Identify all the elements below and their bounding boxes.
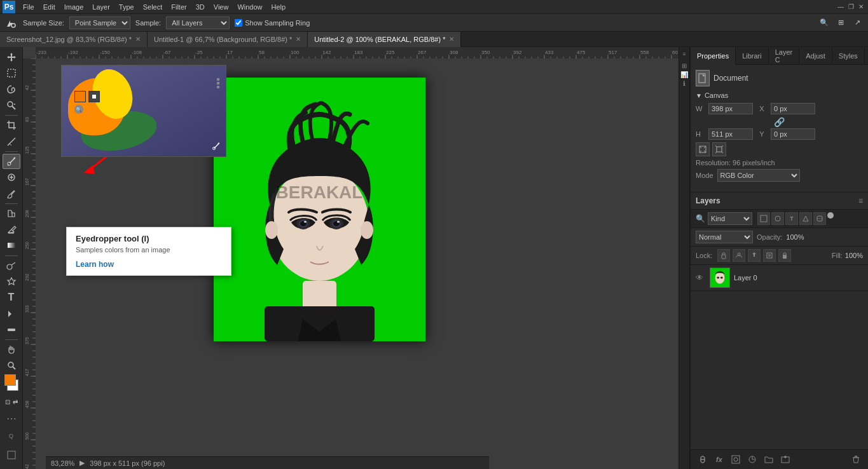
- tool-hand[interactable]: [3, 342, 20, 357]
- menu-select[interactable]: Select: [139, 2, 167, 12]
- tool-lasso[interactable]: [3, 82, 20, 97]
- tool-spot-heal[interactable]: [3, 170, 20, 185]
- tool-eyedropper[interactable]: [3, 154, 20, 170]
- panel-tab-adjustments[interactable]: Adjust: [799, 47, 832, 65]
- tool-eraser[interactable]: [3, 222, 20, 237]
- search-icon[interactable]: 🔍: [817, 16, 831, 30]
- tool-measure[interactable]: [3, 133, 20, 149]
- tool-brush[interactable]: [3, 186, 20, 201]
- panel-tab-properties[interactable]: Properties: [691, 47, 736, 65]
- reset-colors-icon[interactable]: ⊡: [5, 398, 10, 405]
- lock-artboard-btn[interactable]: [763, 249, 776, 262]
- height-input[interactable]: [708, 128, 753, 140]
- show-sampling-ring-checkbox[interactable]: [235, 19, 242, 27]
- arrange-icon[interactable]: ⊞: [834, 16, 848, 30]
- menubar: Ps File Edit Image Layer Type Select Fil…: [0, 0, 868, 14]
- close-button[interactable]: ✕: [857, 3, 865, 11]
- current-tool-icon: [4, 16, 18, 30]
- filter-pixel-icon[interactable]: [757, 212, 770, 225]
- tab-untitled2[interactable]: Untitled-2 @ 100% (BERAKAL, RGB/8#) * ✕: [308, 32, 461, 47]
- share-icon[interactable]: ↗: [850, 16, 864, 30]
- panel-menu-btn[interactable]: ≡: [865, 47, 868, 64]
- menu-layer[interactable]: Layer: [88, 2, 114, 12]
- layer-visibility-icon[interactable]: 👁: [696, 273, 706, 282]
- mode-row: Mode RGB Color: [696, 169, 863, 182]
- close-tab-untitled2[interactable]: ✕: [449, 36, 454, 43]
- info-btn[interactable]: ℹ: [680, 79, 689, 88]
- tool-path-select[interactable]: [3, 306, 20, 321]
- add-style-btn[interactable]: fx: [712, 452, 726, 466]
- lock-all-btn[interactable]: [778, 249, 791, 262]
- tool-screen-mode[interactable]: [3, 446, 20, 464]
- panel-options-btn[interactable]: ≡: [680, 50, 689, 58]
- close-tab-untitled1[interactable]: ✕: [296, 36, 301, 43]
- add-group-btn[interactable]: [762, 452, 776, 466]
- sample-select[interactable]: All Layers: [166, 17, 230, 29]
- blend-mode-select[interactable]: Normal: [696, 231, 753, 243]
- tab-untitled1[interactable]: Untitled-1 @ 66,7% (Background, RGB/8#) …: [148, 32, 308, 47]
- properties-panel: Document ▼ Canvas W X 🔗: [691, 65, 868, 193]
- add-mask-btn[interactable]: [729, 452, 743, 466]
- sample-size-select[interactable]: Point Sample: [69, 17, 130, 29]
- tool-gradient[interactable]: [3, 238, 20, 253]
- filter-smartobj-icon[interactable]: [813, 212, 826, 225]
- tool-pen[interactable]: [3, 274, 20, 289]
- menu-edit[interactable]: Edit: [39, 2, 59, 12]
- tool-quick-select[interactable]: [3, 98, 20, 113]
- tab-screenshot[interactable]: Screenshot_12.jpg @ 83,3% (RGB/8#) * ✕: [0, 32, 148, 47]
- y-input[interactable]: [771, 128, 815, 140]
- tooltip-learn-link[interactable]: Learn how: [76, 260, 222, 269]
- tool-shape[interactable]: [3, 322, 20, 337]
- add-layer-btn[interactable]: [778, 452, 792, 466]
- filter-active-dot[interactable]: [827, 212, 834, 219]
- menu-file[interactable]: File: [19, 2, 38, 12]
- filter-shape-icon[interactable]: [799, 212, 812, 225]
- filter-adjustment-icon[interactable]: [771, 212, 784, 225]
- close-tab-screenshot[interactable]: ✕: [135, 36, 141, 43]
- swap-colors-icon[interactable]: ⇄: [13, 398, 18, 405]
- fit-canvas-icon2[interactable]: [712, 142, 726, 156]
- lock-position-btn[interactable]: [748, 249, 761, 262]
- layer-comps-btn[interactable]: ⊞: [680, 61, 689, 70]
- canvas-container[interactable]: 🔍 Eyedropper tool (I): [36, 58, 679, 456]
- filter-type-icon[interactable]: T: [785, 212, 798, 225]
- fit-canvas-icon1[interactable]: [696, 142, 710, 156]
- lock-transparent-btn[interactable]: [717, 249, 730, 262]
- maximize-button[interactable]: ❐: [846, 3, 855, 11]
- lock-proportions-icon[interactable]: 🔗: [774, 117, 785, 127]
- canvas-section-title[interactable]: ▼ Canvas: [696, 92, 863, 99]
- width-input[interactable]: [708, 103, 753, 114]
- mode-select[interactable]: RGB Color: [717, 169, 800, 182]
- menu-filter[interactable]: Filter: [167, 2, 190, 12]
- menu-type[interactable]: Type: [115, 2, 138, 12]
- add-adjustment-btn[interactable]: [745, 452, 759, 466]
- layers-filter-select[interactable]: Kind: [708, 212, 752, 225]
- panel-tab-layer-comps[interactable]: Layer C: [769, 47, 800, 65]
- x-input[interactable]: [771, 103, 815, 114]
- tool-clone[interactable]: [3, 206, 20, 221]
- tool-rect-select[interactable]: [3, 65, 20, 81]
- layers-search-icon: 🔍: [696, 214, 705, 223]
- tool-zoom[interactable]: [3, 358, 20, 373]
- delete-layer-btn[interactable]: [849, 452, 863, 466]
- panel-tab-libraries[interactable]: Librari: [736, 47, 769, 65]
- tool-crop[interactable]: [3, 118, 20, 133]
- tool-mode-icon[interactable]: Q: [3, 427, 20, 445]
- layer-item-layer0[interactable]: 👁 Layer 0: [691, 265, 868, 291]
- tool-move[interactable]: [3, 50, 20, 65]
- menu-window[interactable]: Window: [233, 2, 266, 12]
- menu-image[interactable]: Image: [60, 2, 88, 12]
- menu-help[interactable]: Help: [268, 2, 290, 12]
- tool-dodge[interactable]: [3, 258, 20, 273]
- menu-3d[interactable]: 3D: [192, 2, 209, 12]
- tool-extras[interactable]: ⋯: [3, 411, 20, 426]
- tool-text[interactable]: T: [3, 290, 20, 305]
- panel-tab-styles[interactable]: Styles: [832, 47, 865, 65]
- minimize-button[interactable]: —: [836, 3, 845, 11]
- layers-menu-icon[interactable]: ≡: [858, 196, 863, 205]
- menu-view[interactable]: View: [210, 2, 233, 12]
- foreground-color-swatch[interactable]: [4, 374, 16, 386]
- lock-image-btn[interactable]: [733, 249, 745, 262]
- link-layers-btn[interactable]: [696, 452, 710, 466]
- histogram-btn[interactable]: 📊: [680, 70, 689, 79]
